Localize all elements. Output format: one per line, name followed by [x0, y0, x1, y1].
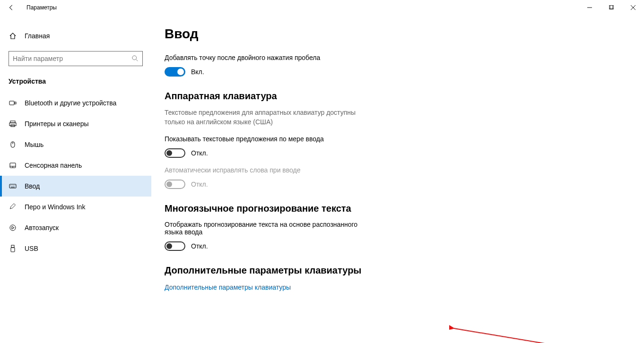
double-tap-toggle[interactable] — [165, 67, 185, 77]
svg-point-5 — [132, 56, 137, 60]
sidebar-item-printers[interactable]: Принтеры и сканеры — [0, 113, 151, 134]
close-button[interactable] — [622, 0, 644, 15]
svg-rect-17 — [9, 184, 16, 188]
svg-point-23 — [10, 225, 16, 231]
sidebar-item-mouse[interactable]: Мышь — [0, 134, 151, 155]
search-input[interactable] — [13, 55, 132, 62]
sidebar-home-label: Главная — [25, 32, 50, 40]
mouse-icon — [9, 140, 17, 149]
multilingual-heading: Многоязычное прогнозирование текста — [165, 203, 644, 214]
svg-rect-8 — [15, 102, 16, 104]
sidebar-item-bluetooth[interactable]: Bluetooth и другие устройства — [0, 93, 151, 113]
printer-icon — [9, 120, 17, 128]
sidebar-item-autoplay[interactable]: Автозапуск — [0, 217, 151, 238]
search-box[interactable] — [9, 51, 143, 66]
titlebar: Параметры — [0, 0, 644, 15]
svg-rect-2 — [610, 5, 614, 9]
sidebar-item-label: USB — [25, 245, 38, 252]
sidebar-item-usb[interactable]: USB — [0, 238, 151, 259]
double-tap-label: Добавлять точку после двойного нажатия п… — [165, 54, 373, 61]
arrow-left-icon — [8, 4, 15, 11]
sidebar-item-touchpad[interactable]: Сенсорная панель — [0, 155, 151, 176]
sidebar-category: Устройства — [0, 74, 151, 93]
minimize-icon — [587, 5, 592, 10]
svg-rect-10 — [9, 123, 16, 126]
multilingual-toggle[interactable] — [165, 241, 185, 251]
multilingual-desc: Отображать прогнозирование текста на осн… — [165, 221, 373, 236]
toggle-state: Откл. — [191, 242, 208, 250]
sidebar-item-label: Мышь — [25, 141, 44, 148]
hardware-keyboard-heading: Аппаратная клавиатура — [165, 91, 644, 102]
sidebar-item-label: Автозапуск — [25, 224, 59, 232]
bluetooth-icon — [9, 99, 17, 107]
main-content: Ввод Добавлять точку после двойного нажа… — [151, 15, 644, 343]
sidebar-item-label: Сенсорная панель — [25, 162, 82, 169]
sidebar-item-typing[interactable]: Ввод — [0, 176, 151, 197]
usb-icon — [9, 244, 17, 253]
hw-suggestions-label: Показывать текстовые предложения по мере… — [165, 135, 373, 143]
svg-rect-9 — [10, 121, 15, 123]
hardware-keyboard-desc: Текстовые предложения для аппаратных кла… — [165, 108, 373, 127]
toggle-state: Вкл. — [191, 68, 204, 76]
svg-rect-25 — [11, 248, 15, 252]
page-title: Ввод — [165, 26, 644, 42]
pen-icon — [9, 203, 17, 211]
window-title: Параметры — [26, 4, 57, 11]
sidebar-item-label: Принтеры и сканеры — [25, 120, 88, 128]
back-button[interactable] — [4, 0, 19, 15]
annotation-arrow — [449, 324, 572, 343]
advanced-keyboard-heading: Дополнительные параметры клавиатуры — [165, 265, 644, 276]
touchpad-icon — [9, 161, 17, 170]
svg-line-27 — [454, 328, 567, 343]
sidebar-item-label: Bluetooth и другие устройства — [25, 99, 116, 107]
minimize-button[interactable] — [579, 0, 600, 15]
sidebar-home[interactable]: Главная — [0, 26, 151, 45]
svg-rect-1 — [609, 5, 613, 9]
toggle-state: Откл. — [191, 180, 208, 188]
hw-suggestions-toggle[interactable] — [165, 148, 185, 158]
home-icon — [9, 32, 17, 40]
maximize-icon — [609, 5, 614, 10]
close-icon — [631, 5, 635, 10]
sidebar: Главная Устройства Bluetooth и другие ус… — [0, 15, 151, 343]
sidebar-item-label: Перо и Windows Ink — [25, 203, 85, 211]
advanced-keyboard-link[interactable]: Дополнительные параметры клавиатуры — [165, 283, 291, 291]
sidebar-item-pen[interactable]: Перо и Windows Ink — [0, 197, 151, 217]
search-icon — [132, 55, 139, 62]
svg-rect-7 — [9, 101, 14, 105]
toggle-state: Откл. — [191, 149, 208, 157]
autoplay-icon — [9, 223, 17, 232]
svg-line-6 — [136, 60, 138, 61]
maximize-button[interactable] — [600, 0, 622, 15]
svg-rect-24 — [11, 245, 14, 248]
hw-autocorrect-toggle — [165, 180, 185, 189]
keyboard-icon — [9, 182, 17, 190]
hw-autocorrect-label: Автоматически исправлять слова при вводе — [165, 166, 373, 174]
sidebar-item-label: Ввод — [25, 182, 40, 190]
